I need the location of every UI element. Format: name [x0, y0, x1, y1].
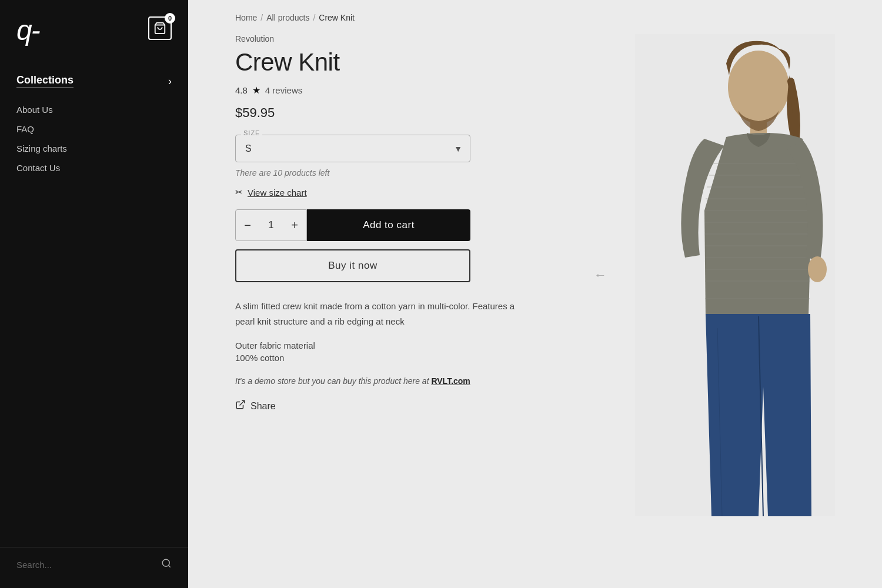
collections-nav-item[interactable]: Collections › — [0, 68, 188, 94]
svg-line-3 — [240, 401, 245, 406]
search-input[interactable] — [16, 560, 155, 570]
cart-icon-area: 0 — [148, 16, 172, 40]
quantity-wrapper: − 1 + — [235, 209, 307, 241]
size-select-wrapper: SIZE XS S M L XL ▼ — [235, 135, 470, 162]
stock-note: There are 10 products left — [235, 168, 588, 178]
quantity-increase-button[interactable]: + — [283, 210, 306, 240]
breadcrumb-home[interactable]: Home — [235, 13, 257, 22]
main-content: Home / All products / Crew Knit Revoluti… — [188, 0, 882, 588]
svg-line-2 — [168, 565, 170, 567]
star-icon: ★ — [252, 85, 260, 96]
scissors-icon: ✂ — [235, 187, 243, 198]
quantity-value: 1 — [259, 220, 283, 230]
product-details: Revolution Crew Knit 4.8 ★ 4 reviews $59… — [235, 34, 588, 516]
price: $59.95 — [235, 105, 588, 121]
svg-point-5 — [728, 51, 789, 123]
cart-row: − 1 + Add to cart — [235, 209, 470, 241]
breadcrumb: Home / All products / Crew Knit — [188, 0, 882, 28]
breadcrumb-current: Crew Knit — [319, 13, 355, 22]
search-icon[interactable] — [161, 558, 172, 572]
breadcrumb-sep2: / — [313, 13, 315, 22]
quantity-decrease-button[interactable]: − — [236, 210, 259, 240]
sidebar: q- 0 Collections › About Us FAQ Sizing c… — [0, 0, 188, 588]
product-model-image — [635, 34, 835, 516]
share-row[interactable]: Share — [235, 399, 588, 413]
cart-button[interactable]: 0 — [148, 16, 172, 40]
size-chart-link[interactable]: View size chart — [248, 188, 307, 198]
brand-name: Revolution — [235, 34, 588, 44]
collections-label: Collections — [16, 74, 74, 88]
sidebar-item-about-us[interactable]: About Us — [16, 105, 172, 115]
share-icon — [235, 399, 246, 413]
sidebar-item-faq[interactable]: FAQ — [16, 124, 172, 134]
demo-link[interactable]: RVLT.com — [431, 376, 470, 386]
size-select[interactable]: XS S M L XL — [235, 135, 470, 162]
breadcrumb-all-products[interactable]: All products — [266, 13, 309, 22]
svg-point-19 — [808, 256, 827, 282]
demo-note-text: It's a demo store but you can buy this p… — [235, 376, 429, 386]
cart-icon — [153, 22, 166, 35]
sidebar-links: About Us FAQ Sizing charts Contact Us — [0, 94, 188, 173]
rating-number: 4.8 — [235, 85, 248, 95]
rating-row: 4.8 ★ 4 reviews — [235, 85, 588, 96]
fabric-value: 100% cotton — [235, 353, 588, 363]
product-area: Revolution Crew Knit 4.8 ★ 4 reviews $59… — [188, 28, 882, 540]
product-image-area: ← — [612, 34, 835, 516]
image-nav-prev-arrow[interactable]: ← — [594, 268, 607, 283]
fabric-label: Outer fabric material — [235, 340, 588, 350]
sidebar-item-contact-us[interactable]: Contact Us — [16, 163, 172, 173]
size-label: SIZE — [241, 129, 262, 136]
search-area — [0, 547, 188, 588]
share-label: Share — [250, 401, 276, 412]
sidebar-nav: Collections › About Us FAQ Sizing charts… — [0, 56, 188, 547]
product-description: A slim fitted crew knit made from a cott… — [235, 299, 517, 329]
demo-note: It's a demo store but you can buy this p… — [235, 375, 506, 387]
add-to-cart-button[interactable]: Add to cart — [307, 209, 470, 241]
svg-point-1 — [162, 559, 169, 566]
size-chart-row[interactable]: ✂ View size chart — [235, 187, 588, 198]
cart-badge: 0 — [165, 13, 175, 24]
review-count: 4 reviews — [265, 85, 302, 95]
model-svg — [635, 34, 835, 516]
product-title: Crew Knit — [235, 48, 588, 76]
buy-now-button[interactable]: Buy it now — [235, 249, 470, 282]
sidebar-item-sizing-charts[interactable]: Sizing charts — [16, 143, 172, 153]
chevron-right-icon: › — [168, 75, 172, 88]
breadcrumb-sep1: / — [260, 13, 263, 22]
